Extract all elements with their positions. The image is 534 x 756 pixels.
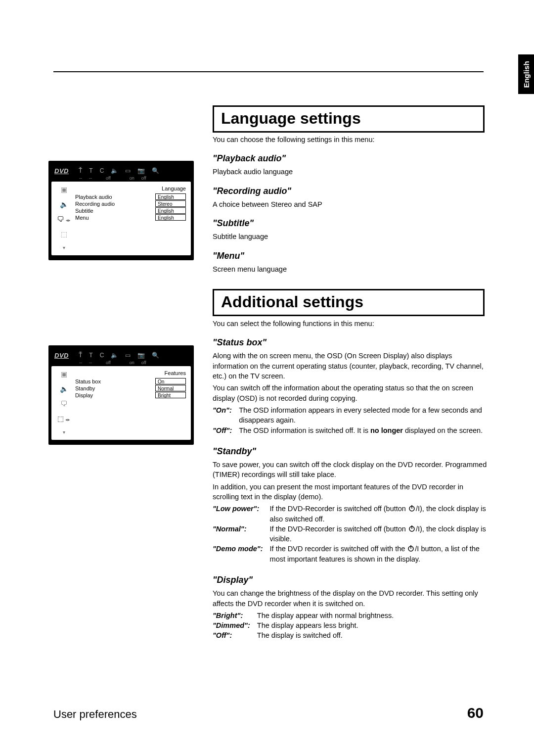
osd-status: on xyxy=(130,176,134,181)
sub-desc: A choice between Stereo and SAP xyxy=(213,199,485,209)
osd-features-menu: DVD Ť T C 🔈 ▭ 📷 🔍 -- -- off on off ▣ 🔈 🗨… xyxy=(48,345,194,445)
osd-status: off xyxy=(141,176,146,181)
osd-status-row: -- -- off on off xyxy=(51,175,191,182)
intro-text: You can select the following functions i… xyxy=(213,319,490,329)
sub-heading: "Status box" xyxy=(213,336,490,349)
picture-icon: ▣ xyxy=(61,186,67,193)
paragraph: Along with the on screen menu, the OSD (… xyxy=(213,351,490,381)
sub-heading: "Display" xyxy=(213,574,490,586)
camera-icon: 📷 xyxy=(137,167,145,174)
term: "Low power": xyxy=(213,504,270,524)
osd-row: DisplayBright xyxy=(75,392,186,398)
title-icon: T xyxy=(89,352,92,359)
osd-row-label: Display xyxy=(75,392,155,398)
osd-row-value: Bright xyxy=(155,392,186,398)
osd-row-value: On xyxy=(155,378,186,384)
title-icon: T xyxy=(89,167,92,174)
zoom-icon: 🔍 xyxy=(152,352,159,359)
sound-icon: 🔈 xyxy=(60,385,68,393)
chapter-icon: C xyxy=(100,167,104,174)
picture-icon: ▣ xyxy=(61,370,67,378)
osd-status-row: -- -- off on off xyxy=(51,359,191,366)
top-rule xyxy=(53,71,484,72)
chevron-down-icon: ▾ xyxy=(63,429,65,435)
paragraph: You can change the brightness of the dis… xyxy=(213,588,490,609)
sub-heading: "Playback audio" xyxy=(213,152,485,165)
paragraph: In addition, you can present the most im… xyxy=(213,482,490,502)
osd-row-label: Recording audio xyxy=(75,201,155,207)
section-header-language-settings: Language settings xyxy=(213,105,485,133)
audio-icon: 🔈 xyxy=(111,352,118,359)
sub-desc: Screen menu language xyxy=(213,264,485,274)
sub-heading: "Recording audio" xyxy=(213,185,485,197)
osd-row-label: Menu xyxy=(75,215,155,221)
definition: If the DVD-Recorder is switched off (but… xyxy=(270,504,490,524)
power-icon xyxy=(407,544,415,552)
tuner-icon: Ť xyxy=(79,167,82,174)
osd-row-label: Status box xyxy=(75,378,155,384)
osd-row-value: English xyxy=(155,193,186,200)
subtitle-icon: ▭ xyxy=(125,352,131,359)
osd-content: Language Playback audioEnglish Recording… xyxy=(71,186,186,250)
osd-section-label: Features xyxy=(75,370,186,376)
osd-row-label: Playback audio xyxy=(75,194,155,200)
osd-row-label: Subtitle xyxy=(75,208,155,214)
paragraph: You can switch off the information about… xyxy=(213,383,490,403)
osd-content: Features Status boxOn StandbyNormal Disp… xyxy=(71,370,186,435)
osd-status: off xyxy=(141,360,146,365)
definition-list: "On":The OSD information appears in ever… xyxy=(213,405,490,435)
osd-row: Status boxOn xyxy=(75,378,186,384)
osd-language-menu: DVD Ť T C 🔈 ▭ 📷 🔍 -- -- off on off ▣ 🔈 🗨… xyxy=(48,161,194,260)
dvd-logo: DVD xyxy=(54,352,69,359)
zoom-icon: 🔍 xyxy=(152,167,159,174)
term: "Normal": xyxy=(213,524,270,544)
osd-section-label: Language xyxy=(75,186,186,191)
power-icon xyxy=(408,524,416,532)
sub-heading: "Subtitle" xyxy=(213,217,485,230)
osd-status: off xyxy=(106,176,111,181)
additional-settings-body: You can select the following functions i… xyxy=(213,317,490,642)
footer-title: User preferences xyxy=(53,708,137,721)
features-icon: ⬚ ◂▸ xyxy=(57,415,71,423)
sub-desc: Subtitle language xyxy=(213,232,485,241)
osd-row: SubtitleEnglish xyxy=(75,207,186,214)
osd-status: -- xyxy=(79,176,82,181)
definition: If the DVD-Recorder is switched off (but… xyxy=(270,524,490,544)
features-icon: ⬚ xyxy=(61,230,67,238)
definition-list: "Bright":The display appear with normal … xyxy=(213,611,394,641)
osd-status: on xyxy=(130,360,134,365)
language-icon: 🗨 ◂▸ xyxy=(57,215,71,223)
term: "Demo mode": xyxy=(213,544,270,564)
page-number: 60 xyxy=(467,705,484,721)
language-tab-label: English xyxy=(522,61,531,88)
osd-row-value: Stereo xyxy=(155,200,186,207)
sub-desc: Playback audio language xyxy=(213,167,485,177)
osd-panel: ▣ 🔈 🗨 ◂▸ ⬚ ▾ Language Playback audioEngl… xyxy=(51,182,191,255)
sound-icon: 🔈 xyxy=(60,200,68,208)
osd-row-value: Normal xyxy=(155,385,186,391)
definition-list: "Low power": If the DVD-Recorder is swit… xyxy=(213,504,490,564)
definition: The OSD information appears in every sel… xyxy=(239,405,490,425)
section-header-text: Language settings xyxy=(221,109,361,127)
subtitle-icon: ▭ xyxy=(125,167,131,174)
language-icon: 🗨 xyxy=(60,400,67,408)
camera-icon: 📷 xyxy=(137,352,145,359)
term: "Bright": xyxy=(213,611,257,620)
osd-row-value: English xyxy=(155,207,186,214)
audio-icon: 🔈 xyxy=(111,167,118,174)
chapter-icon: C xyxy=(100,352,104,359)
osd-row: MenuEnglish xyxy=(75,214,186,221)
term: "Dimmed": xyxy=(213,620,257,630)
osd-side-icons: ▣ 🔈 🗨 ◂▸ ⬚ ▾ xyxy=(56,186,71,250)
power-icon xyxy=(408,504,416,512)
osd-side-icons: ▣ 🔈 🗨 ⬚ ◂▸ ▾ xyxy=(56,370,71,435)
osd-row: Playback audioEnglish xyxy=(75,193,186,200)
osd-status: off xyxy=(106,360,111,365)
osd-status: -- xyxy=(89,360,92,365)
paragraph: To save power, you can switch off the cl… xyxy=(213,460,490,480)
osd-row-value: English xyxy=(155,214,186,221)
osd-row: StandbyNormal xyxy=(75,385,186,391)
osd-status: -- xyxy=(89,176,92,181)
chevron-down-icon: ▾ xyxy=(63,245,65,250)
definition: The display appear with normal brightnes… xyxy=(257,611,394,620)
